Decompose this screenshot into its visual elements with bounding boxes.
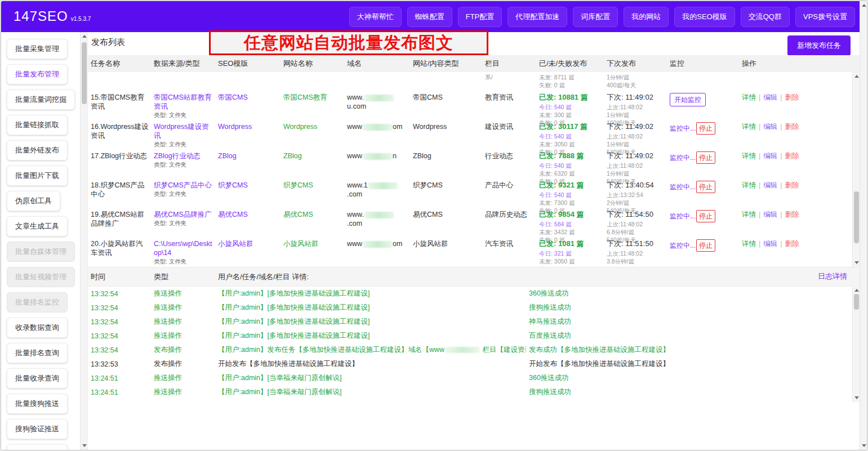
detail-link[interactable]: 详情	[742, 152, 756, 160]
sidebar-item-index-query[interactable]: 批量收录查询	[7, 368, 68, 389]
scroll-up-icon[interactable]	[854, 289, 859, 292]
window-scrollbar[interactable]	[860, 1, 867, 450]
table-scrollbar[interactable]	[852, 72, 860, 267]
detail-link[interactable]: 详情	[742, 211, 756, 218]
sidebar-item-collect[interactable]: 批量采集管理	[7, 39, 68, 59]
sidebar-item-keyword-mining[interactable]: 批量流量词挖掘	[7, 90, 75, 110]
log-type: 推送操作	[151, 387, 215, 397]
promo-banner: 任意网站自动批量发布图文	[209, 30, 488, 55]
sidebar-scrollbar[interactable]	[80, 32, 87, 450]
scroll-up-icon[interactable]	[862, 4, 866, 7]
data-source-link[interactable]: 帝国CMS站群教育资讯	[154, 93, 213, 111]
nav-item-spider-config[interactable]: 蜘蛛配置	[407, 7, 452, 27]
sidebar-item-sogou-feedback[interactable]: 批量搜狗反馈	[7, 444, 68, 450]
site-name: Wordpress	[283, 123, 317, 131]
detail-link[interactable]: 详情	[742, 240, 756, 248]
scrollbar-thumb[interactable]	[854, 294, 859, 310]
task-name: 18.织梦CMS产品中心	[88, 177, 151, 199]
log-detail-link[interactable]: 日志详情	[818, 271, 847, 282]
last-publish-time: 上次:11:48:02	[607, 220, 665, 228]
data-source-link[interactable]: Wordpress建设资讯	[154, 122, 213, 140]
seo-template-link[interactable]: 小旋风站群	[218, 240, 253, 248]
edit-link[interactable]: 编辑	[763, 181, 777, 189]
scroll-up-icon[interactable]	[82, 35, 87, 38]
sidebar-item-publish[interactable]: 批量发布管理	[7, 64, 68, 84]
sidebar-item-sogou-verify-push[interactable]: 搜狗验证推送	[7, 419, 68, 439]
data-source-link[interactable]: 易优CMS品牌推广	[154, 210, 213, 219]
scrollbar-thumb[interactable]	[82, 42, 87, 104]
seo-template-link[interactable]: 易优CMS	[218, 211, 248, 218]
delete-link[interactable]: 删除	[785, 211, 799, 218]
scroll-down-icon[interactable]	[862, 444, 866, 447]
nav-item-help[interactable]: 大神帮帮忙	[349, 7, 402, 27]
scroll-down-icon[interactable]	[854, 261, 859, 264]
edit-link[interactable]: 编辑	[763, 211, 777, 218]
delete-link[interactable]: 删除	[785, 240, 799, 248]
log-type: 发布操作	[151, 345, 215, 355]
scroll-up-icon[interactable]	[854, 75, 859, 78]
data-source-link[interactable]: C:\Users\wp\Desktop\14	[154, 239, 213, 257]
scroll-down-icon[interactable]	[854, 396, 859, 399]
sidebar-item-image-download[interactable]: 批量图片下载	[7, 166, 68, 186]
sidebar-item-rank-monitor[interactable]: 批量排名监控	[7, 292, 68, 312]
log-detail: 【用户:admin】[多地加快推进基础设施工程建设]	[215, 303, 526, 312]
stop-monitor-button[interactable]: 停止	[696, 239, 715, 252]
edit-link[interactable]: 编辑	[763, 240, 777, 248]
edit-link[interactable]: 编辑	[763, 152, 777, 160]
seo-template-link[interactable]: ZBlog	[218, 152, 237, 160]
site-name: 小旋风站群	[283, 240, 319, 248]
nav-item-lexicon-config[interactable]: 词库配置	[573, 7, 618, 27]
edit-link[interactable]: 编辑	[763, 123, 777, 131]
nav-item-my-sites[interactable]: 我的网站	[624, 7, 669, 27]
sidebar-item-pseudo-original[interactable]: 伪原创工具	[7, 191, 60, 211]
partial-column-fragment: 系/	[482, 72, 536, 81]
nav-item-proxy-config[interactable]: 代理配置加速	[508, 7, 567, 27]
data-source-link[interactable]: ZBlog行业动态	[154, 151, 213, 160]
stop-monitor-button[interactable]: 停止	[696, 151, 715, 164]
seo-template-link[interactable]: 织梦CMS	[218, 181, 248, 189]
domain: wwwom	[344, 118, 410, 131]
add-task-button[interactable]: 新增发布任务	[787, 35, 851, 56]
log-result: 开始发布【多地加快推进基础设施工程建设】	[526, 359, 852, 369]
partial-rate: 1分钟/篇	[607, 73, 665, 81]
next-publish-time: 下次: 11:54:50	[607, 210, 665, 219]
sidebar-item-short-video[interactable]: 批量短视频管理	[7, 267, 75, 287]
published-count: 已发: 7888 篇	[539, 151, 602, 160]
nav-item-ftp-config[interactable]: FTP配置	[458, 7, 502, 27]
source-type: 类型: 文件夹	[154, 190, 213, 198]
content-type: 易优CMS	[410, 206, 482, 219]
log-scrollbar[interactable]	[852, 286, 860, 402]
log-detail: 【用户:admin】[多地加快推进基础设施工程建设]	[215, 317, 526, 327]
detail-link[interactable]: 详情	[742, 181, 756, 189]
unpublished-count: 未发: 300 篇	[539, 111, 602, 119]
sidebar-item-self-media[interactable]: 批量自媒体管理	[7, 242, 75, 262]
row-actions: 详情|编辑|删除	[739, 89, 852, 102]
seo-template-link[interactable]: Wordpress	[218, 123, 252, 131]
stop-monitor-button[interactable]: 停止	[696, 181, 715, 193]
start-monitor-button[interactable]: 开始监控	[670, 93, 706, 106]
delete-link[interactable]: 删除	[785, 123, 799, 131]
sidebar-item-rank-query[interactable]: 批量排名查询	[7, 343, 68, 363]
sidebar-item-link-grab[interactable]: 批量链接抓取	[7, 115, 68, 135]
sidebar-item-index-data-query[interactable]: 收录数据查询	[7, 318, 68, 338]
detail-link[interactable]: 详情	[742, 93, 756, 101]
sidebar-item-sogou-push[interactable]: 批量搜狗推送	[7, 394, 68, 414]
sidebar-item-article-gen[interactable]: 文章生成工具	[7, 216, 68, 236]
column-name: 品牌历史动态	[482, 206, 536, 219]
data-source-link[interactable]: 织梦CMS产品中心	[154, 181, 213, 190]
delete-link[interactable]: 删除	[785, 181, 799, 189]
seo-template-link[interactable]: 帝国CMS	[218, 93, 248, 101]
stop-monitor-button[interactable]: 停止	[696, 210, 715, 222]
detail-link[interactable]: 详情	[742, 123, 756, 131]
nav-item-vps-dial[interactable]: VPS拨号设置	[795, 7, 855, 27]
sidebar-item-backlink[interactable]: 批量外链发布	[7, 140, 68, 160]
scroll-down-icon[interactable]	[82, 444, 87, 447]
row-actions: 详情|编辑|删除	[739, 235, 852, 248]
nav-item-qq-group[interactable]: 交流QQ群	[741, 7, 790, 27]
stop-monitor-button[interactable]: 停止	[696, 122, 715, 135]
delete-link[interactable]: 删除	[785, 93, 799, 101]
nav-item-my-seo-templates[interactable]: 我的SEO模版	[674, 7, 735, 27]
delete-link[interactable]: 删除	[785, 152, 799, 160]
scrollbar-thumb[interactable]	[854, 191, 859, 243]
edit-link[interactable]: 编辑	[763, 93, 777, 101]
